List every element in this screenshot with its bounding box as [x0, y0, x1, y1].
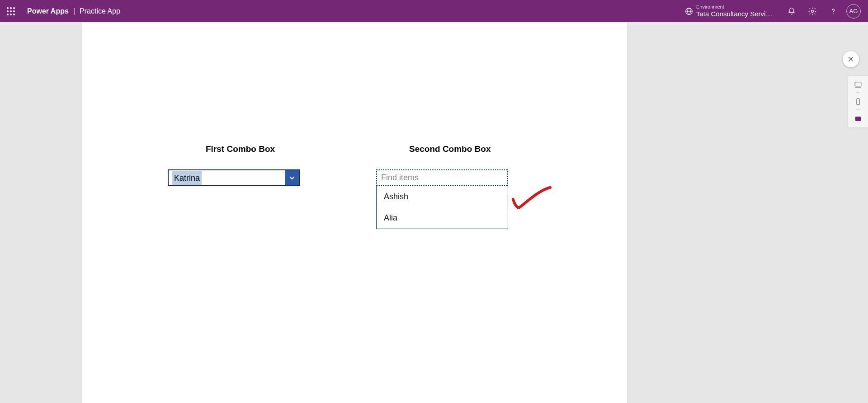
second-combobox-item[interactable]: Alia — [377, 207, 508, 229]
notifications-icon — [787, 7, 796, 16]
help-icon — [829, 7, 838, 16]
svg-point-3 — [7, 10, 9, 12]
environment-icon — [685, 7, 693, 15]
phone-device-icon — [854, 98, 862, 106]
device-preview-rail: ﹀ ﹀ — [847, 75, 868, 128]
custom-device-icon — [854, 115, 862, 123]
annotation-checkmark — [511, 186, 552, 211]
brand-separator: | — [73, 7, 75, 15]
device-desktop-button[interactable] — [852, 80, 864, 89]
svg-rect-14 — [855, 82, 861, 86]
svg-point-7 — [10, 14, 12, 15]
device-custom-button[interactable] — [852, 114, 864, 124]
first-combobox[interactable]: Katrina — [168, 169, 300, 186]
help-button[interactable] — [823, 0, 844, 22]
notifications-button[interactable] — [781, 0, 802, 22]
svg-point-2 — [13, 7, 15, 9]
svg-point-12 — [811, 10, 814, 12]
preview-stage: First Combo Box Second Combo Box Katrina… — [0, 22, 868, 403]
svg-point-1 — [10, 7, 12, 9]
svg-point-8 — [13, 14, 15, 15]
first-combobox-value: Katrina — [172, 171, 202, 185]
app-canvas: First Combo Box Second Combo Box Katrina… — [82, 22, 627, 403]
brand-label[interactable]: Power Apps — [27, 7, 69, 15]
second-combobox-item[interactable]: Ashish — [377, 186, 508, 207]
device-phone-chevron[interactable]: ﹀ — [856, 108, 860, 112]
combo2-label: Second Combo Box — [409, 144, 491, 154]
app-launcher-icon — [7, 7, 15, 15]
second-combobox-dropdown: Ashish Alia — [376, 186, 508, 229]
second-combobox-searchbox[interactable] — [376, 169, 508, 186]
svg-point-6 — [7, 14, 9, 15]
user-avatar[interactable]: AG — [846, 4, 861, 19]
app-name-label[interactable]: Practice App — [80, 7, 120, 15]
avatar-initials: AG — [849, 8, 858, 14]
close-icon — [847, 56, 854, 63]
second-combobox-search-input[interactable] — [380, 173, 504, 183]
svg-rect-17 — [855, 117, 861, 121]
settings-button[interactable] — [802, 0, 823, 22]
combo1-label: First Combo Box — [206, 144, 275, 154]
header-right-cluster: Environment Tata Consultancy Servic... A… — [682, 0, 864, 22]
environment-name: Tata Consultancy Servic... — [696, 10, 773, 18]
settings-icon — [808, 7, 817, 16]
svg-rect-16 — [857, 98, 859, 105]
device-desktop-chevron[interactable]: ﹀ — [856, 91, 860, 95]
environment-caption: Environment — [696, 4, 773, 10]
first-combobox-toggle[interactable] — [285, 170, 299, 185]
svg-point-13 — [833, 13, 834, 14]
desktop-device-icon — [854, 80, 862, 89]
device-phone-button[interactable] — [852, 97, 864, 107]
svg-point-0 — [7, 7, 9, 9]
svg-point-4 — [10, 10, 12, 12]
environment-block[interactable]: Environment Tata Consultancy Servic... — [696, 4, 773, 18]
header-bar: Power Apps | Practice App Environment Ta… — [0, 0, 868, 22]
app-launcher-button[interactable] — [0, 0, 22, 22]
svg-point-5 — [13, 10, 15, 12]
second-combobox[interactable]: Ashish Alia — [376, 169, 508, 229]
environment-icon-wrap[interactable] — [682, 7, 696, 15]
chevron-down-icon — [288, 174, 296, 182]
close-preview-button[interactable] — [843, 51, 859, 67]
first-combobox-selection: Katrina — [169, 171, 285, 185]
